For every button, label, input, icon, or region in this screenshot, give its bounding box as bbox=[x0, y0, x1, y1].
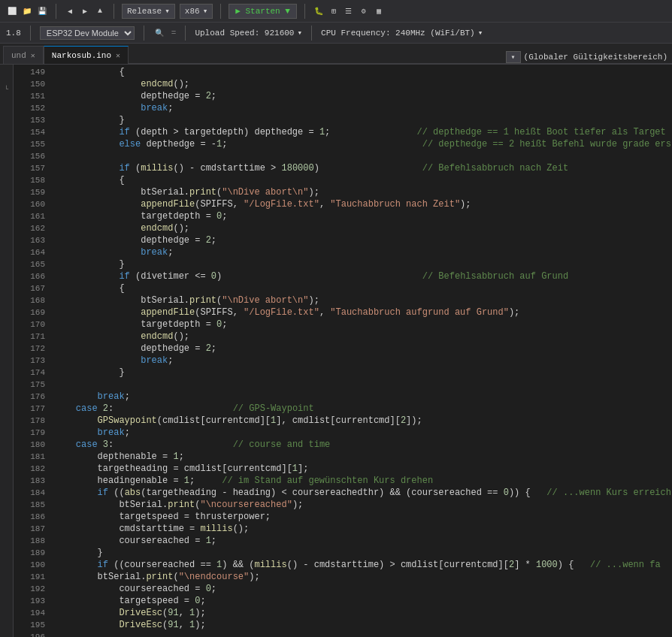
line-number-193: 193 bbox=[14, 595, 45, 607]
line-number-150: 150 bbox=[14, 78, 45, 90]
code-line-163: depthedge = 2; bbox=[54, 234, 672, 246]
code-line-153: } bbox=[54, 114, 672, 126]
code-line-157: if (millis() - cmdstarttime > 180000) //… bbox=[54, 162, 672, 174]
sep7 bbox=[185, 26, 186, 41]
code-line-189: } bbox=[54, 547, 672, 559]
code-line-165: } bbox=[54, 258, 672, 270]
settings-icon[interactable]: ⚙ bbox=[358, 5, 370, 17]
line-number-190: 190 bbox=[14, 559, 45, 571]
line-number-171: 171 bbox=[14, 331, 45, 343]
platform-label: x86 bbox=[185, 7, 200, 16]
line-number-163: 163 bbox=[14, 234, 45, 246]
code-line-190: if ((coursereached == 1) && (millis() - … bbox=[54, 559, 672, 571]
line-number-181: 181 bbox=[14, 451, 45, 463]
line-number-180: 180 bbox=[14, 439, 45, 451]
line-number-175: 175 bbox=[14, 379, 45, 391]
up-icon[interactable]: ▲ bbox=[94, 5, 106, 17]
save-icon[interactable]: 💾 bbox=[36, 5, 48, 17]
scope-dropdown[interactable]: ▾ bbox=[506, 51, 521, 63]
fold-7 bbox=[3, 122, 11, 129]
fold-1 bbox=[3, 68, 11, 75]
fold-6 bbox=[3, 113, 11, 120]
code-line-176: break; bbox=[54, 391, 672, 403]
code-line-172: depthedge = 2; bbox=[54, 343, 672, 355]
fold-3: └ bbox=[3, 86, 11, 93]
forward-icon[interactable]: ▶ bbox=[79, 5, 91, 17]
line-number-154: 154 bbox=[14, 126, 45, 138]
sep3 bbox=[220, 4, 221, 19]
line-number-187: 187 bbox=[14, 523, 45, 535]
code-line-191: btSerial.print("\nendcourse"); bbox=[54, 571, 672, 583]
line-number-159: 159 bbox=[14, 186, 45, 198]
line-number-162: 162 bbox=[14, 222, 45, 234]
release-chevron: ▾ bbox=[165, 6, 170, 16]
line-number-172: 172 bbox=[14, 343, 45, 355]
line-number-160: 160 bbox=[14, 198, 45, 210]
tab-und[interactable]: und ✕ bbox=[3, 46, 44, 64]
code-line-149: { bbox=[54, 66, 672, 78]
fold-2 bbox=[3, 77, 11, 84]
sep6 bbox=[144, 26, 144, 41]
more-icon[interactable]: ▦ bbox=[373, 5, 385, 17]
line-number-158: 158 bbox=[14, 174, 45, 186]
code-line-160: appendFile(SPIFFS, "/LogFile.txt", "Tauc… bbox=[54, 198, 672, 210]
line-number-186: 186 bbox=[14, 511, 45, 523]
sep2 bbox=[114, 4, 114, 19]
code-line-187: cmdstarttime = millis(); bbox=[54, 523, 672, 535]
platform-chevron: ▾ bbox=[203, 6, 208, 16]
tab-narkosub-close[interactable]: ✕ bbox=[116, 51, 120, 60]
board-select[interactable]: ESP32 Dev Module bbox=[40, 26, 135, 40]
line-number-179: 179 bbox=[14, 427, 45, 439]
code-line-192: coursereached = 0; bbox=[54, 583, 672, 595]
release-dropdown[interactable]: Release ▾ bbox=[122, 4, 175, 19]
code-line-193: targetspeed = 0; bbox=[54, 595, 672, 607]
new-file-icon[interactable]: ⬜ bbox=[6, 5, 18, 17]
line-number-157: 157 bbox=[14, 162, 45, 174]
toolbar-board: 1.8 ESP32 Dev Module 🔍 = Upload Speed: 9… bbox=[0, 23, 672, 44]
line-number-149: 149 bbox=[14, 66, 45, 78]
sep8 bbox=[311, 26, 312, 41]
debug-icon[interactable]: 🐛 bbox=[313, 5, 325, 17]
code-line-173: break; bbox=[54, 355, 672, 367]
fold-8 bbox=[3, 131, 11, 138]
open-icon[interactable]: 📁 bbox=[21, 5, 33, 17]
upload-speed-item: Upload Speed: 921600 ▾ bbox=[195, 28, 302, 38]
tab-narkosub[interactable]: Narkosub.ino ✕ bbox=[44, 46, 129, 64]
code-line-154: if (depth > targetdepth) depthedge = 1; … bbox=[54, 126, 672, 138]
line-number-176: 176 bbox=[14, 391, 45, 403]
version-item: 1.8 bbox=[6, 29, 21, 38]
platform-dropdown[interactable]: x86 ▾ bbox=[180, 4, 213, 19]
release-label: Release bbox=[127, 7, 162, 16]
line-number-156: 156 bbox=[14, 150, 45, 162]
port-equals: = bbox=[171, 29, 177, 38]
code-line-155: else depthedge = -1; // depthedge == 2 h… bbox=[54, 138, 672, 150]
back-icon[interactable]: ◀ bbox=[64, 5, 76, 17]
code-editor[interactable]: { endcmd(); depthedge = 2; break; } if (… bbox=[51, 65, 672, 637]
version-label: 1.8 bbox=[6, 29, 21, 38]
start-button[interactable]: ▶ Starten ▼ bbox=[229, 4, 297, 19]
code-line-159: btSerial.print("\nDive abort\n"); bbox=[54, 186, 672, 198]
tab-und-close[interactable]: ✕ bbox=[31, 51, 35, 60]
port-icon[interactable]: 🔍 bbox=[153, 27, 165, 39]
grid-icon[interactable]: ⊞ bbox=[328, 5, 340, 17]
code-line-179: break; bbox=[54, 427, 672, 439]
line-number-183: 183 bbox=[14, 475, 45, 487]
list-icon[interactable]: ☰ bbox=[343, 5, 355, 17]
sep1 bbox=[56, 4, 56, 19]
line-number-174: 174 bbox=[14, 367, 45, 379]
line-numbers: 1491501511521531541551561571581591601611… bbox=[14, 65, 51, 637]
scope-bar: ▾ (Globaler Gültigkeitsbereich) bbox=[501, 51, 672, 64]
code-line-164: break; bbox=[54, 246, 672, 258]
code-line-178: GPSwaypoint(cmdlist[currentcmd][1], cmdl… bbox=[54, 415, 672, 427]
cpu-freq-chevron: ▾ bbox=[478, 28, 483, 38]
tab-bar: und ✕ Narkosub.ino ✕ ▾ (Globaler Gültigk… bbox=[0, 44, 672, 65]
code-line-183: headingenable = 1; // im Stand auf gewün… bbox=[54, 475, 672, 487]
fold-gutter: └ bbox=[0, 65, 14, 637]
fold-4 bbox=[3, 95, 11, 102]
line-number-189: 189 bbox=[14, 547, 45, 559]
code-line-161: targetdepth = 0; bbox=[54, 210, 672, 222]
board-item: ESP32 Dev Module bbox=[40, 26, 135, 40]
toolbar-nav-icons: ◀ ▶ ▲ bbox=[64, 5, 106, 17]
line-number-169: 169 bbox=[14, 306, 45, 318]
toolbar-extra-icons: 🐛 ⊞ ☰ ⚙ ▦ bbox=[313, 5, 385, 17]
